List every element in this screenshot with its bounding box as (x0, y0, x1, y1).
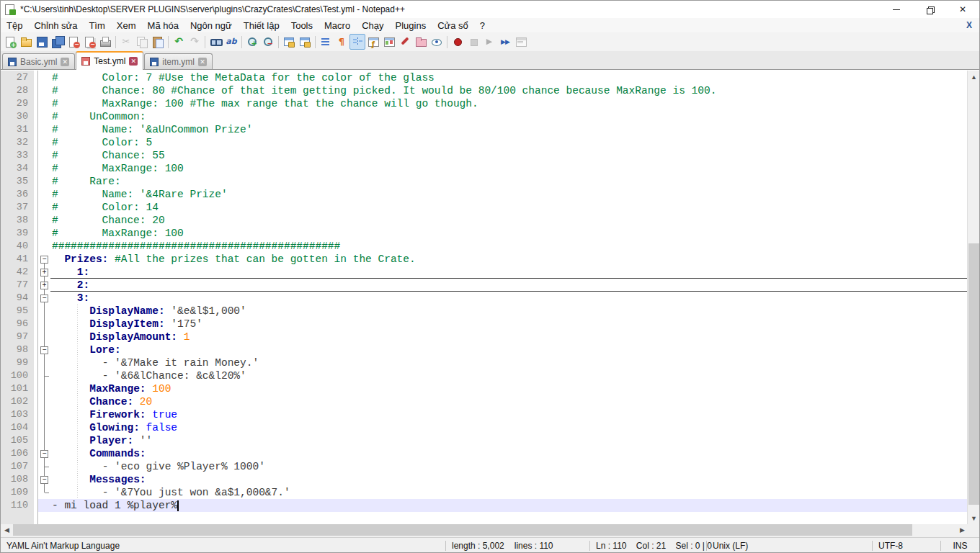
fold-expand-icon[interactable]: + (40, 269, 48, 276)
indent-guide-button[interactable] (349, 34, 365, 50)
line-number[interactable]: 77 (1, 279, 34, 292)
horizontal-scrollbar[interactable]: ◀ ▶ (1, 524, 980, 536)
tab-close-icon[interactable]: ✕ (61, 58, 69, 66)
line-number[interactable]: 109 (1, 486, 34, 499)
line-number[interactable]: 106 (1, 447, 34, 460)
monitoring-button[interactable] (429, 34, 445, 50)
code-line-text[interactable]: # Color: 5 (50, 136, 967, 149)
line-number[interactable]: 99 (1, 356, 34, 369)
paste-button[interactable] (150, 34, 166, 50)
line-number[interactable]: 104 (1, 421, 34, 434)
code-line-text[interactable]: # MaxRange: 100 (50, 227, 967, 240)
print-button[interactable] (97, 34, 113, 50)
scroll-right-arrow-icon[interactable]: ▶ (956, 524, 968, 536)
code-line-text[interactable]: # Name: '&aUnCommon Prize' (50, 123, 967, 136)
code-line-text[interactable]: Lore: (50, 343, 967, 356)
code-line-text[interactable]: Glowing: false (50, 421, 967, 434)
menu-item-plugins[interactable]: Plugins (390, 19, 432, 32)
menu-item-tim[interactable]: Tìm (83, 19, 110, 32)
scroll-left-arrow-icon[interactable]: ◀ (1, 524, 13, 536)
code-line-text[interactable]: # MaxRange: 100 (50, 162, 967, 175)
menu-item-cua-so[interactable]: Cửa sổ (432, 19, 474, 32)
line-number[interactable]: 103 (1, 408, 34, 421)
cut-button[interactable]: ✂ (118, 34, 134, 50)
menu-item-xem[interactable]: Xem (111, 19, 142, 32)
line-number[interactable]: 31 (1, 123, 34, 136)
code-line-text[interactable]: - '&7Make it rain Money.' (50, 356, 967, 369)
menu-item-tools[interactable]: Tools (285, 19, 318, 32)
code-line-text[interactable]: # UnCommon: (50, 110, 967, 123)
fold-collapse-icon[interactable]: − (40, 295, 48, 302)
code-line-text[interactable]: # Chance: 20 (50, 214, 967, 227)
menu-item-ma-hoa[interactable]: Mã hóa (142, 19, 184, 32)
fold-margin-cell[interactable]: − (38, 253, 50, 266)
line-number[interactable]: 100 (1, 369, 34, 382)
status-insert-mode[interactable]: INS (941, 538, 979, 553)
status-encoding[interactable]: UTF-8 (873, 538, 941, 553)
redo-button[interactable]: ↷ (187, 34, 202, 50)
line-number[interactable]: 107 (1, 460, 34, 473)
tab-item-yml[interactable]: item.yml✕ (144, 53, 213, 69)
vertical-scrollbar[interactable]: ▲ ▼ (967, 71, 979, 524)
code-line-text[interactable]: Chance: 20 (50, 395, 967, 408)
save-all-button[interactable] (50, 34, 66, 50)
code-line-text[interactable]: DisplayName: '&e&l$1,000' (50, 305, 967, 318)
status-eol-format[interactable]: Unix (LF) (707, 538, 873, 553)
code-line-text[interactable]: - mi load 1 %player% (50, 499, 967, 512)
close-doc-button[interactable] (66, 34, 81, 50)
fold-expand-icon[interactable]: + (40, 282, 48, 289)
code-line-text[interactable]: Messages: (50, 473, 967, 486)
minimize-button[interactable] (880, 1, 913, 18)
editor[interactable]: 27# Color: 7 #Use the MetaData for the c… (1, 71, 979, 524)
line-number[interactable]: 102 (1, 395, 34, 408)
line-number[interactable]: 95 (1, 305, 34, 318)
macro-stop-button[interactable] (466, 34, 481, 50)
tab-basic-yml[interactable]: Basic.yml✕ (2, 53, 75, 69)
code-line-text[interactable]: ########################################… (50, 240, 967, 253)
save-macro-button[interactable] (513, 34, 529, 50)
tab-close-icon[interactable]: ✕ (198, 58, 207, 66)
line-number[interactable]: 105 (1, 434, 34, 447)
line-number[interactable]: 37 (1, 201, 34, 214)
menu-item-ngon-ngu[interactable]: Ngôn ngữ (184, 19, 238, 32)
line-number[interactable]: 32 (1, 136, 34, 149)
copy-button[interactable] (134, 34, 150, 50)
tab-close-icon[interactable]: ✕ (129, 57, 138, 66)
doc-switcher-button[interactable] (397, 34, 413, 50)
line-number[interactable]: 96 (1, 318, 34, 331)
code-area[interactable]: 27# Color: 7 #Use the MetaData for the c… (1, 71, 967, 512)
code-line-text[interactable]: # Color: 14 (50, 201, 967, 214)
code-line-text[interactable]: Player: '' (50, 434, 967, 447)
line-number[interactable]: 40 (1, 240, 34, 253)
menu-item-help[interactable]: ? (474, 19, 491, 32)
code-line-text[interactable]: # Name: '&4Rare Prize' (50, 188, 967, 201)
undo-button[interactable]: ↶ (171, 34, 187, 50)
sync-v-button[interactable] (281, 34, 297, 50)
scroll-up-arrow-icon[interactable]: ▲ (968, 71, 979, 83)
code-line-text[interactable]: 3: (50, 292, 967, 305)
line-number[interactable]: 42 (1, 266, 34, 279)
code-line-text[interactable]: - '&6&lChance: &c&l20%' (50, 369, 967, 382)
function-list-button[interactable]: ƒ (365, 34, 381, 50)
fold-margin-cell[interactable]: − (38, 343, 50, 356)
menu-item-chay[interactable]: Chạy (356, 19, 389, 32)
fold-margin-cell[interactable]: − (38, 473, 50, 486)
menu-item-tep[interactable]: Tệp (1, 19, 28, 32)
zoom-out-button[interactable] (260, 34, 276, 50)
line-number[interactable]: 108 (1, 473, 34, 486)
fold-margin-cell[interactable]: − (38, 292, 50, 305)
close-all-button[interactable] (81, 34, 97, 50)
fold-margin-cell[interactable]: + (38, 266, 50, 279)
line-number[interactable]: 101 (1, 382, 34, 395)
code-line-text[interactable]: # Chance: 80 #Chance of that item gettin… (50, 84, 967, 97)
restore-button[interactable] (913, 1, 946, 18)
code-line-text[interactable]: # MaxRange: 100 #The max range that the … (50, 97, 967, 110)
replace-button[interactable]: ab (223, 34, 239, 50)
macro-run-multiple-button[interactable]: ▶▶ (497, 34, 513, 50)
line-number[interactable]: 38 (1, 214, 34, 227)
line-number[interactable]: 110 (1, 499, 34, 512)
folder-workspace-button[interactable] (413, 34, 429, 50)
code-line-text[interactable]: Firework: true (50, 408, 967, 421)
fold-collapse-icon[interactable]: − (40, 476, 48, 484)
tab-test-yml[interactable]: Test.yml✕ (76, 51, 143, 70)
